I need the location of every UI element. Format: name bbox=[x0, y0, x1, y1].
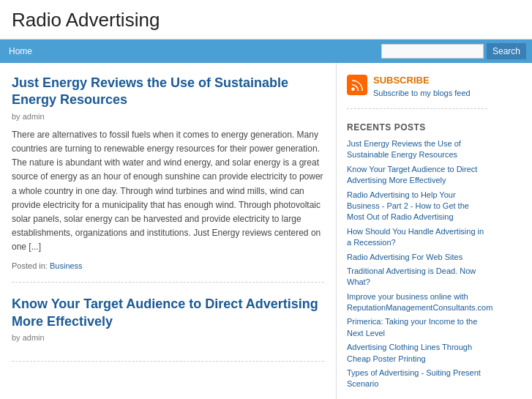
list-item: Radio Advertising to Help Your Business … bbox=[347, 190, 487, 223]
post-author-1: by admin bbox=[12, 112, 324, 121]
list-item: Traditional Advertising is Dead. Now Wha… bbox=[347, 266, 487, 288]
main-layout: Just Energy Reviews the Use of Sustainab… bbox=[0, 63, 532, 399]
subscribe-text: SUBSCRIBE Subscribe to my blogs feed bbox=[373, 75, 471, 98]
list-item: Types of Advertising - Suiting Present S… bbox=[347, 368, 487, 390]
navbar: Home Search bbox=[0, 40, 532, 63]
post-excerpt-1: There are alternatives to fossil fuels w… bbox=[12, 128, 324, 255]
recent-post-link[interactable]: Traditional Advertising is Dead. Now Wha… bbox=[347, 266, 487, 288]
recent-post-link[interactable]: Primerica: Taking your Income to the Nex… bbox=[347, 316, 487, 339]
post-title-1[interactable]: Just Energy Reviews the Use of Sustainab… bbox=[12, 75, 324, 109]
subscribe-link[interactable]: Subscribe to my blogs feed bbox=[373, 89, 471, 97]
list-item: Know Your Target Audience to Direct Adve… bbox=[347, 164, 487, 187]
post-category-1[interactable]: Business bbox=[50, 261, 83, 270]
search-area: Search bbox=[381, 43, 532, 59]
list-item: Primerica: Taking your Income to the Nex… bbox=[347, 316, 487, 339]
subscribe-title: SUBSCRIBE bbox=[373, 75, 471, 86]
list-item: Radio Advertising For Web Sites bbox=[347, 252, 487, 263]
search-input[interactable] bbox=[381, 44, 484, 59]
post-1: Just Energy Reviews the Use of Sustainab… bbox=[12, 75, 324, 283]
page-title: Radio Advertising bbox=[12, 9, 520, 31]
recent-post-link[interactable]: Know Your Target Audience to Direct Adve… bbox=[347, 164, 487, 187]
post-2: Know Your Target Audience to Direct Adve… bbox=[12, 296, 324, 362]
search-button[interactable]: Search bbox=[487, 43, 526, 59]
recent-post-link[interactable]: Advertising Clothing Lines Through Cheap… bbox=[347, 342, 487, 365]
subscribe-box: SUBSCRIBE Subscribe to my blogs feed bbox=[347, 75, 487, 109]
recent-posts-list: Just Energy Reviews the Use of Sustainab… bbox=[347, 138, 487, 390]
header: Radio Advertising bbox=[0, 0, 532, 40]
nav-home[interactable]: Home bbox=[0, 40, 41, 63]
post-author-2: by admin bbox=[12, 333, 324, 342]
sidebar: SUBSCRIBE Subscribe to my blogs feed REC… bbox=[337, 63, 498, 399]
list-item: Improve your business online with Reputa… bbox=[347, 291, 487, 314]
rss-svg bbox=[351, 78, 364, 92]
list-item: How Should You Handle Advertising in a R… bbox=[347, 226, 487, 249]
recent-post-link[interactable]: Types of Advertising - Suiting Present S… bbox=[347, 368, 487, 390]
recents-title: RECENTS POSTS bbox=[347, 122, 487, 133]
post-footer-1: Posted in: Business bbox=[12, 261, 324, 270]
list-item: Just Energy Reviews the Use of Sustainab… bbox=[347, 138, 487, 161]
rss-icon bbox=[347, 75, 367, 95]
recent-post-link[interactable]: Just Energy Reviews the Use of Sustainab… bbox=[347, 138, 487, 161]
list-item: Advertising Clothing Lines Through Cheap… bbox=[347, 342, 487, 365]
content-area: Just Energy Reviews the Use of Sustainab… bbox=[0, 63, 337, 399]
nav-links: Home bbox=[0, 40, 41, 63]
recent-post-link[interactable]: How Should You Handle Advertising in a R… bbox=[347, 226, 487, 249]
recent-post-link[interactable]: Radio Advertising For Web Sites bbox=[347, 252, 487, 263]
svg-point-0 bbox=[351, 87, 355, 91]
recent-post-link[interactable]: Radio Advertising to Help Your Business … bbox=[347, 190, 487, 223]
recent-post-link[interactable]: Improve your business online with Reputa… bbox=[347, 291, 487, 314]
post-title-2[interactable]: Know Your Target Audience to Direct Adve… bbox=[12, 296, 324, 330]
